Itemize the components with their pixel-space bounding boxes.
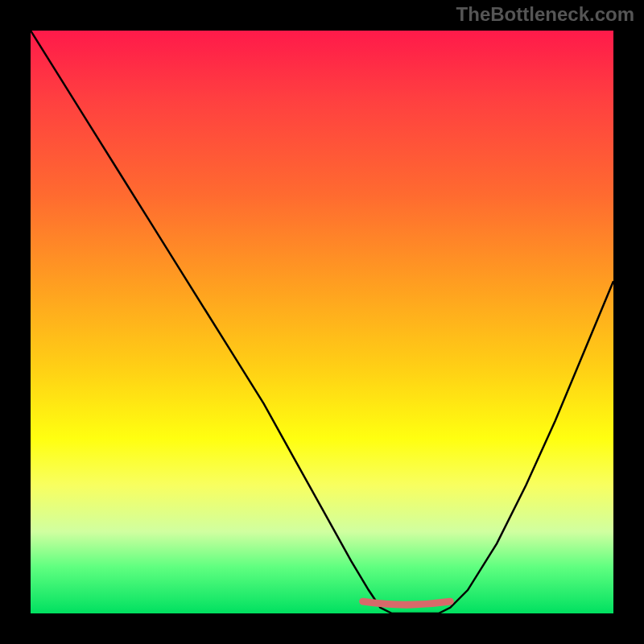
plot-area xyxy=(31,31,613,613)
chart-container: TheBottleneck.com xyxy=(0,0,644,644)
bottleneck-curve xyxy=(31,31,613,613)
watermark-label: TheBottleneck.com xyxy=(456,3,634,26)
